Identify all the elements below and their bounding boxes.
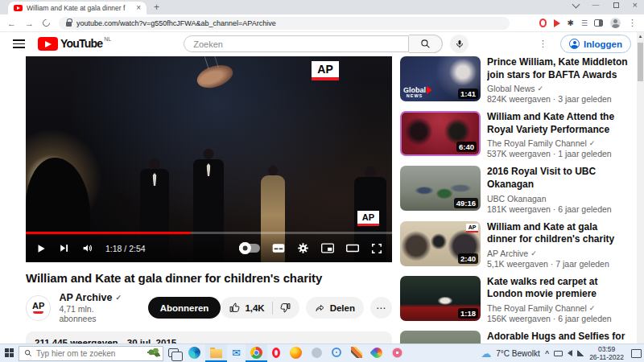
- theater-mode-button[interactable]: [346, 243, 359, 253]
- taskbar-app-button[interactable]: [327, 344, 346, 362]
- hidden-icons-chevron[interactable]: ^: [545, 349, 549, 357]
- windows-logo-icon: [5, 348, 14, 357]
- app-icon: [312, 348, 322, 358]
- browser-tab[interactable]: William and Kate at gala dinner f ×: [8, 2, 147, 14]
- tab-list-icon[interactable]: ☰: [581, 19, 587, 27]
- like-button[interactable]: [229, 302, 240, 313]
- channel-name-row[interactable]: AP Archive ✓: [59, 292, 131, 303]
- video-thumbnail: 49:16: [400, 166, 481, 211]
- subtitles-button[interactable]: [272, 243, 285, 253]
- related-channel-name: AP Archive: [487, 249, 528, 258]
- subscribe-button[interactable]: Abonneren: [148, 297, 221, 319]
- reload-button[interactable]: [41, 18, 52, 28]
- related-video-item[interactable]: 1:18 Kate walks red carpet at London mov…: [400, 276, 629, 323]
- signin-button[interactable]: Inloggen: [560, 35, 631, 53]
- taskbar-paintdotnet-button[interactable]: [367, 344, 387, 362]
- tab-title: William and Kate at gala dinner f: [27, 4, 132, 12]
- youtube-settings-menu-icon[interactable]: ⋮: [539, 39, 547, 49]
- taskbar-paint-button[interactable]: [346, 344, 367, 362]
- edge-icon: [188, 347, 200, 359]
- window-minimize-button[interactable]: —: [592, 2, 600, 9]
- youtube-logo-text: YouTube: [60, 36, 102, 51]
- taskbar-app-button[interactable]: [307, 344, 327, 362]
- extension-arrow-icon[interactable]: [554, 19, 560, 27]
- tray-keyboard-icon[interactable]: [554, 351, 563, 356]
- back-button[interactable]: ←: [7, 19, 16, 28]
- youtube-header: YouTube NL ⋮ Inloggen: [0, 32, 644, 56]
- related-video-item[interactable]: 6:40 William and Kate Attend the Royal V…: [400, 111, 629, 158]
- autoplay-toggle[interactable]: [239, 244, 260, 253]
- start-button[interactable]: [0, 344, 19, 362]
- address-bar[interactable]: youtube.com/watch?v=g550fhcJFWA&ab_chann…: [59, 17, 510, 30]
- related-video-item[interactable]: AP 2:40 William and Kate at gala dinner …: [400, 221, 629, 269]
- description-box[interactable]: 211.445 weergaven 30 jul. 2015 (9 Jun 20…: [26, 331, 392, 343]
- related-channel-name: UBC Okanagan: [487, 194, 547, 204]
- browser-menu-icon[interactable]: ⋮: [628, 18, 637, 28]
- ap-thumbnail-logo: AP: [466, 224, 478, 232]
- window-maximize-button[interactable]: [613, 2, 619, 8]
- more-actions-button[interactable]: ⋯: [370, 297, 392, 319]
- search-input[interactable]: [193, 39, 399, 49]
- window-profile-chevron-icon[interactable]: [572, 0, 580, 8]
- ap-watermark-top: AP: [312, 61, 339, 80]
- side-panel-icon[interactable]: [594, 19, 603, 27]
- search-input-wrap: [184, 35, 409, 52]
- tray-network-icon[interactable]: [577, 350, 584, 356]
- volume-button[interactable]: [81, 243, 93, 253]
- window-close-button[interactable]: ×: [633, 1, 638, 10]
- taskbar-edge-button[interactable]: [184, 344, 205, 362]
- related-video-item[interactable]: Global NEWS 1:41 Prince William, Kate Mi…: [400, 56, 629, 104]
- related-video-item[interactable]: Adorable Hugs and Selfies for William at…: [400, 331, 629, 343]
- browser-url-bar: ← → youtube.com/watch?v=g550fhcJFWA&ab_c…: [0, 14, 644, 32]
- related-video-title: Kate walks red carpet at London movie pr…: [487, 276, 629, 301]
- taskbar-opera-button[interactable]: [267, 344, 285, 362]
- next-button[interactable]: [59, 243, 69, 253]
- search-button[interactable]: [409, 35, 443, 53]
- scrollbar-thumb[interactable]: [638, 43, 643, 81]
- guide-menu-button[interactable]: [13, 37, 25, 51]
- taskbar-mail-button[interactable]: ✉: [227, 344, 246, 362]
- like-count: 1,4K: [245, 303, 264, 313]
- action-center-icon[interactable]: [631, 349, 642, 358]
- taskbar-chrome-button[interactable]: [246, 344, 267, 362]
- new-tab-button[interactable]: +: [154, 2, 159, 13]
- task-view-button[interactable]: [163, 344, 184, 362]
- opera-icon: [272, 348, 280, 358]
- miniplayer-button[interactable]: [321, 243, 334, 253]
- tab-close-icon[interactable]: ×: [136, 4, 141, 12]
- duration-badge: 6:40: [456, 142, 477, 152]
- youtube-favicon-icon: [14, 5, 23, 11]
- taskbar-file-explorer-button[interactable]: [205, 344, 227, 362]
- forward-button[interactable]: →: [25, 19, 34, 28]
- related-video-item[interactable]: 49:16 2016 Royal Visit to UBC Okanagan U…: [400, 166, 629, 213]
- subscriber-count: 4,71 mln. abonnees: [59, 304, 131, 323]
- scrollbar-up-arrow[interactable]: ▲: [637, 32, 644, 39]
- share-button[interactable]: Delen: [306, 297, 364, 319]
- taskbar-search-input[interactable]: [36, 349, 133, 358]
- video-player[interactable]: AP AP 1:18 / 2:54: [26, 56, 392, 262]
- taskbar-clock[interactable]: 03:59 26-11-2022: [589, 345, 624, 361]
- settings-gear-icon[interactable]: [297, 242, 309, 254]
- circle-dot-app-icon: [332, 348, 341, 357]
- taskbar-app-button[interactable]: [387, 344, 407, 362]
- extensions-puzzle-icon[interactable]: ✱: [568, 19, 574, 27]
- channel-avatar[interactable]: AP: [26, 295, 51, 321]
- weather-text[interactable]: 7°C Bewolkt: [496, 349, 540, 358]
- share-label: Delen: [330, 303, 355, 313]
- voice-search-button[interactable]: [450, 35, 469, 53]
- extension-opera-icon[interactable]: [539, 19, 547, 27]
- taskbar-firefox-button[interactable]: [285, 344, 307, 362]
- tray-volume-muted-icon[interactable]: [568, 350, 572, 356]
- youtube-logo[interactable]: YouTube NL: [38, 36, 111, 51]
- mail-envelope-icon: ✉: [232, 348, 241, 358]
- page-scrollbar[interactable]: ▲: [637, 32, 644, 343]
- upload-date: 30 jul. 2015: [127, 338, 176, 343]
- browser-profile-avatar[interactable]: [610, 18, 621, 28]
- play-button[interactable]: [35, 243, 47, 254]
- dislike-button[interactable]: [280, 302, 291, 313]
- fullscreen-button[interactable]: [371, 243, 382, 254]
- ap-logo-red-swoosh: [33, 311, 43, 314]
- taskbar-search-box[interactable]: [19, 346, 163, 361]
- verified-badge-icon: ✓: [589, 139, 596, 147]
- verified-badge-icon: ✓: [530, 249, 537, 257]
